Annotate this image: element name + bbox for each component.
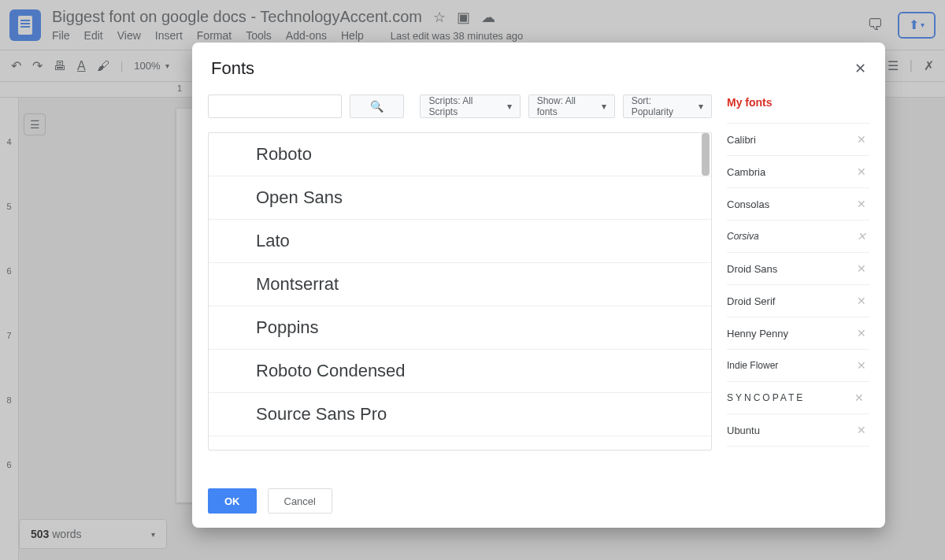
myfont-calibri[interactable]: Calibri✕ (727, 124, 869, 156)
menu-edit[interactable]: Edit (84, 29, 103, 42)
redo-icon[interactable]: ↷ (32, 58, 43, 73)
document-title[interactable]: Biggest font on google docs - Technology… (52, 8, 422, 26)
myfont-cambria[interactable]: Cambria✕ (727, 156, 869, 188)
remove-icon[interactable]: ✕ (857, 424, 866, 436)
scripts-filter[interactable]: Scripts: All Scripts▾ (420, 95, 520, 118)
search-icon: 🔍 (370, 100, 384, 113)
fonts-dialog: Fonts ✕ 🔍 Scripts: All Scripts▾ Show: Al… (192, 43, 885, 528)
chevron-down-icon: ▾ (921, 20, 925, 29)
remove-icon[interactable]: ✕ (857, 262, 866, 275)
myfont-indie-flower[interactable]: Indie Flower✕ (727, 350, 869, 382)
word-count[interactable]: 503 words ▾ (19, 519, 167, 549)
remove-icon[interactable]: ✕ (854, 391, 866, 404)
chevron-down-icon: ▾ (699, 101, 703, 112)
chevron-down-icon: ▾ (507, 101, 512, 112)
upload-icon: ⬆ (909, 17, 919, 32)
ok-button[interactable]: OK (208, 488, 257, 514)
my-fonts-heading: My fonts (727, 96, 869, 109)
menu-format[interactable]: Format (197, 29, 232, 42)
myfont-droid-sans[interactable]: Droid Sans✕ (727, 253, 869, 285)
zoom-select[interactable]: 100% ▾ (134, 60, 169, 72)
menu-help[interactable]: Help (341, 29, 364, 42)
menu-addons[interactable]: Add-ons (286, 29, 327, 42)
my-fonts-list: Calibri✕ Cambria✕ Consolas✕ Corsiva✕ Dro… (727, 123, 869, 447)
remove-icon[interactable]: ✕ (857, 198, 866, 210)
share-button[interactable]: ⬆▾ (898, 12, 936, 39)
font-row-open-sans[interactable]: Open Sans (209, 176, 711, 220)
spellcheck-icon[interactable]: A (77, 59, 86, 73)
myfont-corsiva[interactable]: Corsiva✕ (727, 221, 869, 253)
menu-bar: File Edit View Insert Format Tools Add-o… (52, 29, 523, 42)
chevron-down-icon: ▾ (165, 61, 169, 70)
print-icon[interactable]: 🖶 (54, 59, 66, 73)
remove-icon[interactable]: ✕ (857, 133, 866, 146)
cloud-status-icon[interactable]: ☁ (481, 9, 495, 26)
cancel-button[interactable]: Cancel (268, 488, 332, 514)
remove-icon[interactable]: ✕ (857, 230, 866, 243)
myfont-syncopate[interactable]: Syncopate✕ (727, 382, 869, 414)
dialog-title: Fonts (211, 58, 254, 79)
remove-icon[interactable]: ✕ (857, 327, 866, 339)
scrollbar-thumb[interactable] (702, 133, 710, 176)
close-icon[interactable]: ✕ (854, 60, 866, 77)
myfont-consolas[interactable]: Consolas✕ (727, 188, 869, 221)
bullets-icon[interactable]: ☰ (888, 58, 899, 73)
font-search-input[interactable] (208, 95, 342, 118)
star-icon[interactable]: ☆ (433, 9, 446, 26)
myfont-ubuntu[interactable]: Ubuntu✕ (727, 414, 869, 447)
menu-insert[interactable]: Insert (155, 29, 183, 42)
clear-formatting-icon[interactable]: ✗ (924, 58, 934, 73)
comments-icon[interactable]: 🗨 (862, 12, 888, 39)
myfont-droid-serif[interactable]: Droid Serif✕ (727, 285, 869, 317)
outline-icon[interactable]: ☰ (24, 113, 46, 135)
menu-view[interactable]: View (117, 29, 141, 42)
remove-icon[interactable]: ✕ (857, 295, 866, 307)
remove-icon[interactable]: ✕ (857, 359, 866, 372)
myfont-henny-penny[interactable]: Henny Penny✕ (727, 317, 869, 350)
docs-logo[interactable] (9, 9, 41, 41)
move-icon[interactable]: ▣ (457, 9, 470, 26)
sort-filter[interactable]: Sort: Popularity▾ (623, 95, 712, 118)
paint-format-icon[interactable]: 🖌 (97, 59, 109, 73)
show-filter[interactable]: Show: All fonts▾ (528, 95, 615, 118)
font-row-poppins[interactable]: Poppins (209, 306, 711, 350)
font-row-montserrat[interactable]: Montserrat (209, 263, 711, 306)
last-edit-label[interactable]: Last edit was 38 minutes ago (391, 30, 523, 42)
font-list[interactable]: Roboto Open Sans Lato Montserrat Poppins… (208, 132, 712, 451)
remove-icon[interactable]: ✕ (857, 165, 866, 178)
vertical-ruler[interactable]: 4 5 6 7 8 6 (0, 98, 19, 560)
font-row-roboto-condensed[interactable]: Roboto Condensed (209, 350, 711, 393)
chevron-down-icon: ▾ (602, 101, 606, 112)
menu-tools[interactable]: Tools (246, 29, 272, 42)
undo-icon[interactable]: ↶ (11, 58, 21, 73)
font-row-lato[interactable]: Lato (209, 220, 711, 263)
search-button[interactable]: 🔍 (350, 95, 404, 118)
font-row-roboto[interactable]: Roboto (209, 133, 711, 176)
menu-file[interactable]: File (52, 29, 70, 42)
font-row-source-sans-pro[interactable]: Source Sans Pro (209, 393, 711, 436)
chevron-down-icon: ▾ (151, 530, 155, 539)
